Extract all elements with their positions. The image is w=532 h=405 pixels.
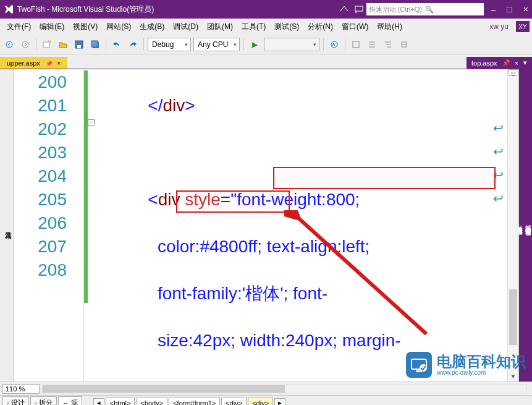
save-all-button[interactable]: [88, 38, 102, 51]
menu-help[interactable]: 帮助(H): [373, 22, 407, 32]
line-number: 205: [14, 188, 67, 211]
code-editor[interactable]: 200 201 202 203 204 205 206 207 208 - </…: [14, 69, 518, 382]
breadcrumb-next-button[interactable]: ▸: [274, 398, 285, 405]
user-name[interactable]: xw yu: [489, 22, 512, 31]
feedback-icon[interactable]: [354, 4, 364, 14]
line-number: 202: [14, 117, 67, 141]
start-debug-button[interactable]: ▶: [248, 38, 261, 51]
horizontal-scrollbar[interactable]: [42, 385, 527, 393]
breadcrumb-item[interactable]: <div>: [221, 398, 247, 406]
view-design-button[interactable]: ▫设计: [2, 396, 29, 405]
line-number: 204: [14, 164, 67, 188]
redo-button[interactable]: [126, 38, 140, 51]
vertical-scrollbar[interactable]: ▭ ▲ ▼: [507, 69, 518, 382]
menu-tools[interactable]: 工具(T): [237, 22, 270, 32]
tab-dropdown-icon[interactable]: ▾: [523, 59, 527, 67]
tab-upper-aspx[interactable]: upper.aspx 📌 ×: [0, 57, 67, 69]
right-toolwindows: 解决方案资源管理器 团队资源管理器 属性: [518, 69, 532, 382]
line-number: 207: [14, 235, 67, 258]
code-token: style: [185, 190, 221, 209]
menu-build[interactable]: 生成(B): [135, 22, 169, 32]
code-token: ="font-weight:800;: [221, 190, 365, 209]
breadcrumb-item[interactable]: <html>: [106, 398, 135, 406]
code-token: font-family:'楷体'; font-: [90, 284, 327, 303]
tool-icon-3[interactable]: [381, 38, 395, 51]
menu-file[interactable]: 文件(F): [2, 22, 35, 32]
line-number-gutter: 200 201 202 203 204 205 206 207 208: [14, 69, 75, 382]
menu-edit[interactable]: 编辑(E): [35, 22, 69, 32]
close-button[interactable]: ×: [523, 4, 528, 14]
window-title: TwoFish - Microsoft Visual Studio(管理员): [17, 4, 154, 15]
zoom-combo[interactable]: 110 %: [2, 384, 40, 394]
platform-value: Any CPU: [198, 40, 228, 49]
tool-icon-2[interactable]: [365, 38, 379, 51]
minimize-button[interactable]: –: [491, 4, 496, 14]
breadcrumb-item-current[interactable]: <div>: [248, 398, 273, 406]
solution-explorer-tab[interactable]: 解决方案资源管理器: [523, 73, 532, 373]
vs-logo-icon: [4, 4, 14, 14]
pin-icon[interactable]: 📌: [502, 59, 510, 66]
wrap-glyph-icon: ↩: [493, 187, 504, 210]
title-bar: TwoFish - Microsoft Visual Studio(管理员) 快…: [0, 0, 532, 19]
pin-icon[interactable]: 📌: [46, 61, 53, 67]
view-split-button[interactable]: ▫拆分: [30, 396, 57, 405]
toolbar: Debug Any CPU ▶: [0, 35, 532, 54]
toolbox-panel[interactable]: 工具箱: [0, 69, 14, 382]
nav-back-button[interactable]: [2, 38, 16, 51]
search-placeholder: 快速启动 (Ctrl+Q): [369, 5, 425, 14]
start-target-value: [268, 40, 270, 49]
wrap-glyph-icon: ↩: [493, 140, 504, 163]
line-number: 206: [14, 211, 67, 235]
tab-close-icon[interactable]: ×: [515, 59, 518, 67]
editor-area: 工具箱 200 201 202 203 204 205 206 207 208 …: [0, 69, 532, 382]
save-button[interactable]: [72, 38, 86, 51]
config-value: Debug: [152, 40, 174, 49]
line-number: 208: [14, 258, 67, 282]
browser-link-button[interactable]: [327, 38, 341, 51]
platform-combo[interactable]: Any CPU: [193, 38, 240, 51]
menu-debug[interactable]: 调试(D): [169, 22, 203, 32]
new-project-button[interactable]: [40, 38, 54, 51]
menu-analyze[interactable]: 分析(N): [303, 22, 337, 32]
view-source-button[interactable]: ↔源: [58, 396, 82, 405]
wrap-glyph-icon: ↩: [493, 116, 504, 140]
code-token: </: [90, 96, 163, 115]
notifications-icon[interactable]: [339, 4, 349, 14]
code-content[interactable]: </div> <div style="font-weight:800; ↩ co…: [84, 69, 507, 382]
undo-button[interactable]: [110, 38, 124, 51]
code-token: <: [90, 190, 158, 209]
menu-view[interactable]: 视图(V): [69, 22, 102, 32]
split-handle-icon[interactable]: ▭: [509, 69, 518, 75]
menu-test[interactable]: 测试(S): [270, 22, 303, 32]
menu-team[interactable]: 团队(M): [203, 22, 237, 32]
svg-rect-3: [43, 42, 49, 48]
scroll-thumb[interactable]: [509, 289, 517, 345]
scroll-thumb[interactable]: [43, 385, 285, 393]
svg-rect-9: [353, 41, 359, 48]
svg-point-1: [6, 41, 12, 48]
view-label: 源: [71, 398, 78, 405]
menu-website[interactable]: 网站(S): [102, 22, 135, 32]
nav-forward-button[interactable]: [19, 38, 32, 51]
outline-margin[interactable]: [75, 69, 84, 382]
breadcrumb-prev-button[interactable]: ◂: [93, 398, 104, 405]
breadcrumb-item[interactable]: <body>: [136, 398, 167, 406]
breadcrumb-item[interactable]: <form#form1>: [169, 398, 220, 406]
open-file-button[interactable]: [56, 38, 70, 51]
start-target-combo[interactable]: [264, 38, 319, 51]
maximize-button[interactable]: □: [507, 4, 512, 14]
tool-icon-4[interactable]: [397, 38, 411, 51]
tool-icon-1[interactable]: [349, 38, 363, 51]
menu-window[interactable]: 窗口(W): [337, 22, 373, 32]
scroll-down-icon[interactable]: ▼: [508, 372, 518, 382]
config-combo[interactable]: Debug: [148, 38, 191, 51]
quick-launch-search[interactable]: 快速启动 (Ctrl+Q) 🔍: [366, 3, 484, 15]
split-icon: ▫: [35, 399, 37, 406]
tab-close-icon[interactable]: ×: [57, 59, 61, 67]
view-label: 设计: [11, 398, 25, 405]
tab-right-top-aspx[interactable]: top.aspx: [471, 59, 497, 67]
line-number: 201: [14, 94, 67, 117]
zoom-scroll-bar: 110 %: [0, 382, 532, 395]
user-badge[interactable]: XY: [516, 21, 530, 32]
svg-rect-0: [355, 6, 363, 11]
